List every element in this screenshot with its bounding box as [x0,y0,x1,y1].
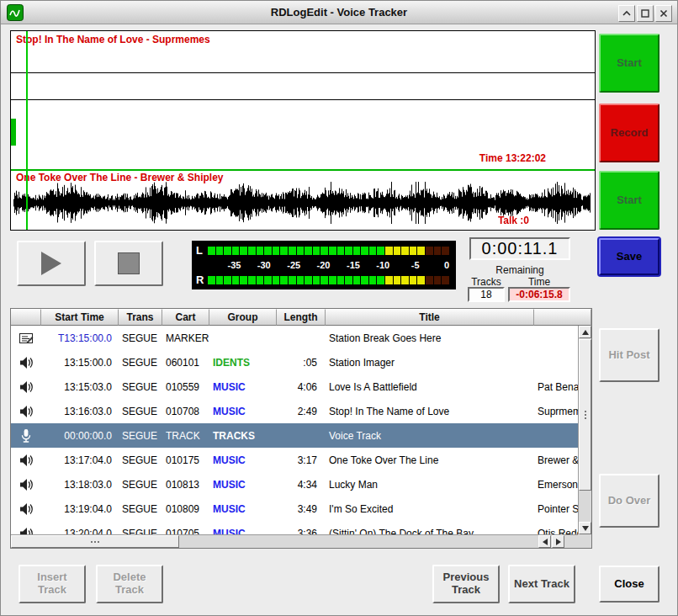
row-type-icon [11,526,41,535]
header-cart[interactable]: Cart [162,309,209,326]
do-over-button[interactable]: Do Over [599,474,659,528]
vertical-scrollbar[interactable] [578,326,591,534]
header-icon-col[interactable] [11,309,41,326]
header-group[interactable]: Group [209,309,277,326]
shade-icon[interactable] [618,5,635,22]
row-cart-number: 010809 [162,503,209,515]
maximize-icon[interactable] [637,5,654,22]
log-row[interactable]: 13:16:03.0 SEGUE 010708 MUSIC 2:49 Stop!… [11,399,578,423]
waveform-panel[interactable]: Stop! In The Name of Love - Suprmemes Ti… [10,30,596,231]
row-transition: SEGUE [119,528,162,535]
horizontal-scrollbar[interactable] [11,534,578,548]
elapsed-time-display: 0:00:11.1 [469,237,570,260]
row-transition: SEGUE [119,381,162,393]
log-row[interactable]: 13:15:00.0 SEGUE 060101 IDENTS :05 Stati… [11,350,578,374]
previous-track-button[interactable]: Previous Track [432,565,500,603]
row-start-time: 13:17:04.0 [41,454,119,466]
log-row[interactable]: 13:19:04.0 SEGUE 010809 MUSIC 3:49 I'm S… [11,497,578,521]
row-group: MUSIC [209,528,277,535]
track-boundary-line [11,169,595,171]
row-title: One Toke Over The Line [326,454,534,466]
header-start-time[interactable]: Start Time [41,309,119,326]
row-transition: SEGUE [119,406,162,417]
scroll-left-icon[interactable] [538,535,551,548]
meter-left-label: L [196,244,208,257]
play-button[interactable] [17,241,86,286]
row-start-time: 13:20:04.0 [41,528,119,535]
row-length: 3:17 [277,454,326,466]
close-icon[interactable] [655,5,672,22]
row-transition: SEGUE [119,479,162,491]
row-length: 4:06 [277,381,326,393]
close-button[interactable]: Close [599,566,659,603]
remaining-tracks-value: 18 [468,287,505,302]
log-row[interactable]: 13:20:04.0 SEGUE 010705 MUSIC 3:36 (Sitt… [11,521,578,534]
header-trans[interactable]: Trans [119,309,162,326]
scroll-down-icon[interactable] [579,522,591,534]
log-row[interactable]: T13:15:00.0 SEGUE MARKER Station Break G… [11,326,578,350]
row-type-icon [11,355,41,370]
row-artist: Suprmemes [534,406,578,417]
log-row[interactable]: 13:15:03.0 SEGUE 010559 MUSIC 4:06 Love … [11,374,578,399]
meter-scale: -35-30-25-20-15-10-50 [211,260,449,270]
row-start-time: T13:15:00.0 [41,332,119,344]
meter-right-label: R [196,273,208,286]
log-row[interactable]: 13:17:04.0 SEGUE 010175 MUSIC 3:17 One T… [11,448,578,472]
row-cart-number: 010705 [162,528,209,535]
log-row[interactable]: 00:00:00.0 SEGUE TRACK TRACKS Voice Trac… [11,423,578,448]
header-artist[interactable] [534,309,591,326]
row-title: Station Imager [326,357,534,369]
header-length[interactable]: Length [277,309,326,326]
row-length: 4:34 [277,479,326,491]
time-label: Time 13:22:02 [479,152,546,164]
row-start-time: 13:15:00.0 [41,357,119,369]
row-type-icon [11,428,41,443]
row-artist: Emerson, L [534,479,578,491]
next-track-button[interactable]: Next Track [508,565,575,603]
app-icon[interactable] [7,4,24,21]
remaining-tracks-label: Tracks [464,276,508,288]
row-title: (Sittin' On) The Dock of The Bay [326,528,534,535]
start-track2-button[interactable]: Start [599,171,659,230]
row-cart-number: 010708 [162,406,209,417]
row-type-icon [11,380,41,395]
window-title: RDLogEdit - Voice Tracker [1,6,677,19]
window-controls [618,5,672,22]
stop-icon [118,252,140,274]
row-length: :05 [277,357,326,369]
meter-left-bar [208,247,449,255]
scroll-up-icon[interactable] [579,326,591,338]
row-artist: Pointer Sist [534,503,578,515]
scroll-right-icon[interactable] [552,535,564,548]
header-title[interactable]: Title [326,309,534,326]
insert-track-button[interactable]: Insert Track [19,565,86,603]
row-cart-number: TRACK [162,430,209,442]
log-row[interactable]: 13:18:03.0 SEGUE 010813 MUSIC 4:34 Lucky… [11,472,578,497]
record-button[interactable]: Record [599,104,659,162]
stop-button[interactable] [94,241,163,286]
log-body: T13:15:00.0 SEGUE MARKER Station Break G… [11,326,578,534]
row-length: 3:49 [277,503,326,515]
horizontal-scroll-thumb[interactable] [11,535,179,548]
row-cart-number: 010813 [162,479,209,491]
row-group: MUSIC [209,454,277,466]
row-artist: Brewer & S [534,454,578,466]
row-group: MUSIC [209,503,277,515]
titlebar: RDLogEdit - Voice Tracker [1,1,677,24]
log-table: Start Time Trans Cart Group Length Title… [10,308,592,549]
row-type-icon [11,331,41,346]
remaining-time-label: Time [508,276,570,288]
delete-track-button[interactable]: Delete Track [96,565,163,603]
row-length: 3:36 [277,528,326,535]
start-track1-button[interactable]: Start [599,34,659,93]
row-artist: Pat Benatar [534,381,578,393]
playback-cursor [26,31,28,230]
save-button[interactable]: Save [599,238,659,275]
row-transition: SEGUE [119,454,162,466]
row-cart-number: 010175 [162,454,209,466]
hit-post-button[interactable]: Hit Post [599,328,659,382]
row-type-icon [11,477,41,492]
vertical-scroll-thumb[interactable] [579,339,591,491]
row-cart-number: 060101 [162,357,209,369]
row-title: Stop! In The Name of Love [326,406,534,417]
